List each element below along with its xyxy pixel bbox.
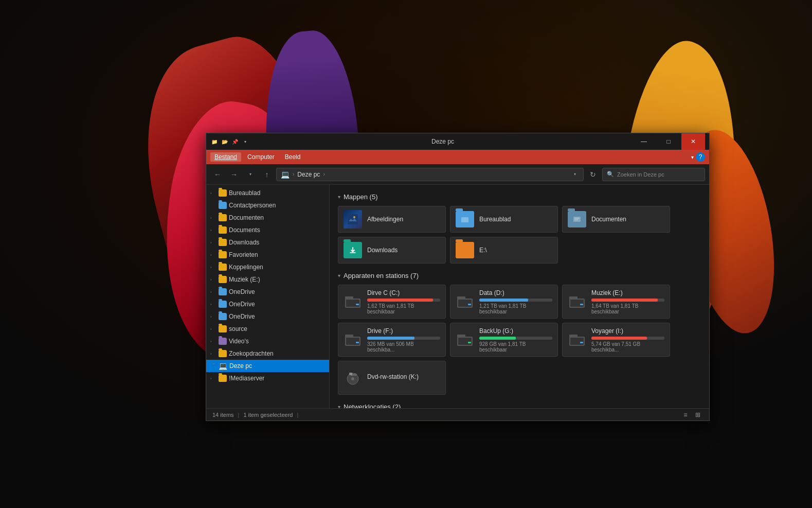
sidebar-item-mediaserver[interactable]: › !Mediaserver <box>206 372 329 384</box>
svg-rect-22 <box>356 342 359 343</box>
sidebar-item-favorieten[interactable]: › Favorieten <box>206 249 329 261</box>
sidebar-item-dezpc[interactable]: › 💻 Deze pc <box>206 360 329 372</box>
tile-drive-d[interactable]: Data (D:) 1,21 TB van 1,81 TB beschikbaa… <box>450 285 558 319</box>
chevron-icon: › <box>210 191 216 196</box>
tile-afbeeldingen[interactable]: Afbeeldingen <box>338 206 446 233</box>
tile-drive-e[interactable]: Muziek (E:) 1,64 TB van 1,81 TB beschikb… <box>562 285 670 319</box>
drive-c-name: Dirve C (C:) <box>367 289 440 296</box>
statusbar-selected: 1 item geselecteerd <box>243 412 293 418</box>
folder-icon-favorieten <box>219 251 227 258</box>
view-details-button[interactable]: ≡ <box>680 410 691 420</box>
drive-g-bar <box>479 337 516 340</box>
refresh-button[interactable]: ↻ <box>586 167 600 182</box>
tile-drive-i[interactable]: Voyager (I:) 5,74 GB van 7,51 GB beschik… <box>562 323 670 357</box>
address-dropdown-icon[interactable]: ▾ <box>571 167 579 182</box>
menubar-right: ▾ ? <box>691 152 705 162</box>
sidebar-label-muziek: Muziek (E:) <box>229 276 260 283</box>
sidebar-label-favorieten: Favorieten <box>229 251 258 258</box>
drive-c-info: Dirve C (C:) 1,62 TB van 1,81 TB beschik… <box>367 289 440 314</box>
tile-drive-g[interactable]: BackUp (G:) 928 GB van 1,81 TB beschikba… <box>450 323 558 357</box>
section-title-apparaten: Apparaten en stations (7) <box>344 272 419 279</box>
content-area: › Bureaublad Contactpersonen › Documente… <box>206 185 709 408</box>
drive-d-name: Data (D:) <box>479 289 552 296</box>
folder-icon-onedrive2 <box>219 301 227 308</box>
sidebar-item-koppelingen[interactable]: › Koppelingen <box>206 261 329 273</box>
chevron-icon: › <box>210 376 216 381</box>
section-chevron-apparaten[interactable]: ▾ <box>338 273 340 278</box>
tile-documenten[interactable]: Documenten <box>562 206 670 233</box>
drives-grid: Dirve C (C:) 1,62 TB van 1,81 TB beschik… <box>338 285 701 395</box>
svg-point-32 <box>351 377 354 380</box>
drive-c-space: 1,62 TB van 1,81 TB beschikbaar <box>367 303 440 314</box>
help-icon[interactable]: ? <box>696 152 705 162</box>
search-bar[interactable]: 🔍 Zoeken in Deze pc <box>602 168 705 181</box>
forward-button[interactable]: → <box>227 167 241 182</box>
drive-f-bar-bg <box>367 337 440 340</box>
sidebar-item-contactpersonen[interactable]: Contactpersonen <box>206 199 329 212</box>
sidebar-item-documents[interactable]: › Documents <box>206 224 329 236</box>
maximize-button[interactable]: □ <box>657 133 680 150</box>
sidebar-label-onedrive2: OneDrive <box>229 301 255 308</box>
titlebar: 📁 📂 📌 ▾ Deze pc — □ ✕ <box>206 133 709 150</box>
section-chevron-netwerk[interactable]: ▾ <box>338 404 340 408</box>
section-chevron-mappen[interactable]: ▾ <box>338 194 340 200</box>
sidebar-item-zoekopdrachten[interactable]: › Zoekopdrachten <box>206 347 329 360</box>
dropdown-button[interactable]: ▾ <box>243 167 258 182</box>
folder-icon-source <box>219 325 227 332</box>
tile-drive-f[interactable]: Drive (F:) 326 MB van 506 MB beschikba..… <box>338 323 446 357</box>
expand-ribbon-icon[interactable]: ▾ <box>691 154 694 160</box>
window-file-icon: 📁 <box>210 137 219 146</box>
minimize-button[interactable]: — <box>632 133 656 150</box>
tile-drive-k[interactable]: DVD Dvd-rw-station (K:) <box>338 361 446 395</box>
tile-downloads[interactable]: Downloads <box>338 237 446 264</box>
sidebar-label-onedrive3: OneDrive <box>229 313 255 320</box>
sidebar-label-koppelingen: Koppelingen <box>229 264 263 271</box>
sidebar-item-source[interactable]: › source <box>206 323 329 335</box>
sidebar-item-documenten[interactable]: › Documenten <box>206 212 329 224</box>
menu-bestand[interactable]: Bestand <box>210 152 241 162</box>
sidebar-item-downloads[interactable]: › Downloads <box>206 236 329 249</box>
sidebar-item-onedrive3[interactable]: › OneDrive <box>206 310 329 323</box>
main-content: ▾ Mappen (5) Afbeeldingen <box>330 185 709 408</box>
svg-rect-21 <box>345 335 353 338</box>
sidebar-item-bureaublad[interactable]: › Bureaublad <box>206 187 329 199</box>
svg-rect-18 <box>580 304 583 305</box>
e-folder-icon <box>456 242 474 258</box>
svg-rect-20 <box>346 338 359 345</box>
window-folder-icon: 📂 <box>221 137 229 146</box>
sidebar-item-muziek[interactable]: › Muziek (E:) <box>206 273 329 286</box>
sidebar-item-onedrive1[interactable]: › OneDrive <box>206 286 329 298</box>
address-bar[interactable]: 💻 › Deze pc › ▾ <box>276 168 584 181</box>
documenten-folder-icon <box>568 211 586 227</box>
tile-e-drive[interactable]: E:\ <box>450 237 558 264</box>
sidebar-label-dezpc: Deze pc <box>229 362 252 370</box>
sidebar-item-videos[interactable]: › Video's <box>206 335 329 347</box>
tile-bureaublad[interactable]: Bureaublad <box>450 206 558 233</box>
folder-icon-muziek <box>219 276 227 283</box>
address-separator2: › <box>323 171 324 177</box>
svg-rect-24 <box>458 338 472 345</box>
sidebar-item-onedrive2[interactable]: › OneDrive <box>206 298 329 310</box>
section-apparaten-header: ▾ Apparaten en stations (7) <box>338 272 701 279</box>
svg-text:DVD: DVD <box>351 373 357 376</box>
chevron-icon: › <box>210 314 216 319</box>
tile-drive-c[interactable]: Dirve C (C:) 1,62 TB van 1,81 TB beschik… <box>338 285 446 319</box>
folder-icon-documents <box>219 226 227 234</box>
menu-beeld[interactable]: Beeld <box>281 152 305 162</box>
menu-computer[interactable]: Computer <box>243 152 279 162</box>
sidebar-label-bureaublad: Bureaublad <box>229 189 260 197</box>
drive-i-name: Voyager (I:) <box>591 327 664 335</box>
afbeeldingen-icon <box>344 210 362 229</box>
drive-g-name: BackUp (G:) <box>479 327 552 335</box>
drive-e-bar-bg <box>591 299 664 302</box>
drive-f-bar <box>367 337 414 340</box>
view-tiles-button[interactable]: ⊞ <box>693 410 703 420</box>
back-button[interactable]: ← <box>210 167 225 182</box>
drive-f-space: 326 MB van 506 MB beschikba... <box>367 341 440 353</box>
up-button[interactable]: ↑ <box>260 167 274 182</box>
drive-k-icon: DVD <box>344 370 362 386</box>
window-icons: 📁 📂 📌 ▾ <box>210 137 249 146</box>
close-button[interactable]: ✕ <box>681 133 705 150</box>
svg-rect-8 <box>346 300 359 307</box>
svg-rect-14 <box>468 304 471 305</box>
